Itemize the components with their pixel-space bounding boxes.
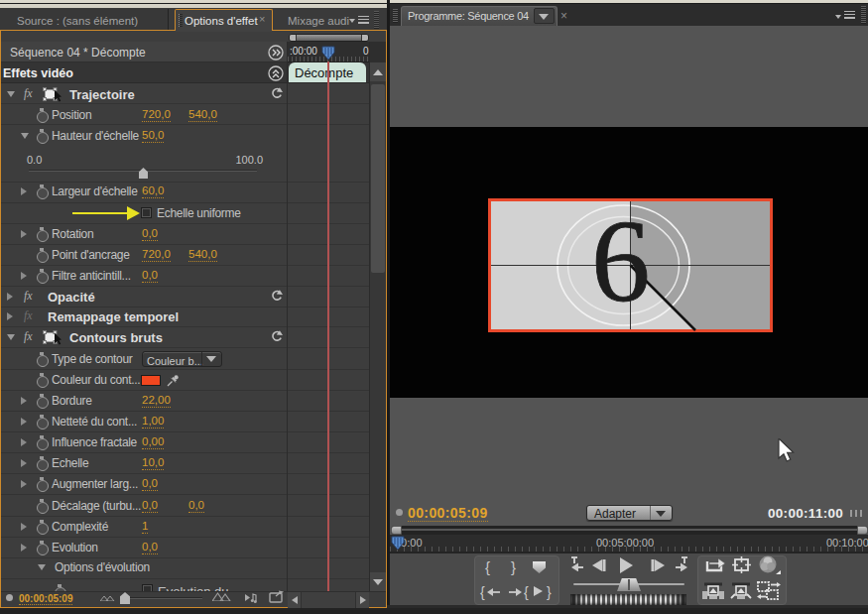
- svg-text:6: 6: [591, 198, 651, 326]
